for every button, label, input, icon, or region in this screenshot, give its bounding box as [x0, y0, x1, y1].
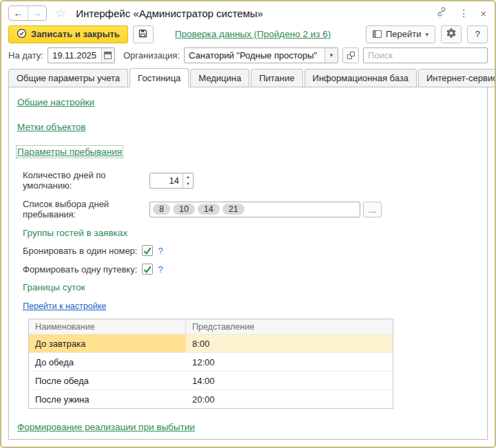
single-voucher-label: Формировать одну путевку:	[23, 264, 137, 275]
organization-dropdown-button[interactable]: ▾	[324, 48, 338, 63]
close-icon[interactable]: ×	[480, 8, 486, 19]
checkmark-icon	[143, 266, 152, 273]
filter-bar: На дату: 19.11.2025 Организация: Санатор…	[1, 45, 495, 65]
report-window-icon	[373, 30, 382, 38]
departure-sales-link[interactable]: Формирование реализации при выбытии	[17, 422, 195, 432]
calendar-icon	[104, 52, 112, 59]
table-row[interactable]: До обеда 12:00	[29, 352, 393, 371]
default-days-label: Количество дней по умолчанию:	[23, 170, 149, 191]
chevron-down-icon: ▾	[330, 52, 333, 58]
single-voucher-row: Формировать одну путевку: ?	[23, 264, 479, 275]
column-header-value[interactable]: Представление	[186, 319, 393, 334]
organization-label: Организация:	[123, 50, 180, 61]
stepper-down-icon[interactable]: ▼	[183, 180, 193, 188]
save-and-close-label: Записать и закрыть	[31, 29, 120, 39]
organization-combobox[interactable]: Санаторий "Родные просторы" ▾	[184, 47, 338, 63]
tab-general-accounting[interactable]: Общие параметры учета	[8, 69, 128, 87]
data-check-link[interactable]: Проверка данных (Пройдено 2 из 6)	[175, 29, 331, 39]
organization-value[interactable]: Санаторий "Родные просторы"	[185, 50, 324, 61]
check-circle-icon	[17, 28, 27, 41]
command-bar: Записать и закрыть Проверка данных (Прой…	[1, 22, 495, 45]
tab-bar: Общие параметры учета Гостиница Медицина…	[1, 65, 495, 87]
row-value-cell[interactable]: 20:00	[186, 390, 393, 408]
stepper-buttons: ▲ ▼	[183, 173, 193, 188]
floppy-disk-icon	[138, 28, 148, 41]
goto-button[interactable]: Перейти ▾	[366, 25, 435, 43]
day-chip[interactable]: 8	[153, 204, 170, 215]
table-header-row: Наименование Представление	[29, 319, 393, 334]
column-header-name[interactable]: Наименование	[29, 319, 186, 334]
save-and-close-button[interactable]: Записать и закрыть	[8, 25, 128, 43]
checkmark-icon	[143, 247, 152, 255]
table-row[interactable]: До завтрака 8:00	[29, 334, 393, 352]
book-one-room-row: Бронировать в один номер: ?	[23, 245, 479, 256]
tab-hotel[interactable]: Гостиница	[130, 68, 189, 87]
date-label: На дату:	[8, 50, 43, 61]
titlebar: ← → ☆ Интерфейс «Администратор системы» …	[1, 1, 495, 22]
days-list-field[interactable]: 8 10 14 21	[149, 202, 360, 217]
more-menu-icon[interactable]: ⋮	[459, 8, 468, 19]
single-voucher-checkbox[interactable]	[142, 264, 153, 275]
days-list-more-button[interactable]: ...	[363, 202, 382, 217]
help-question-icon[interactable]: ?	[158, 246, 163, 256]
row-name-cell[interactable]: После обеда	[29, 372, 186, 390]
goto-day-bounds-settings-link[interactable]: Перейти к настройке	[23, 301, 106, 311]
table-row[interactable]: После обеда 14:00	[29, 371, 393, 390]
open-in-window-icon	[347, 52, 355, 59]
day-bounds-section-title: Границы суток	[23, 282, 479, 292]
default-days-value[interactable]: 14	[150, 175, 183, 186]
row-value-cell[interactable]: 12:00	[186, 353, 393, 371]
forward-arrow-icon: →	[32, 8, 42, 19]
titlebar-actions: ⋮ ×	[436, 6, 486, 20]
save-button[interactable]	[133, 25, 154, 43]
help-question-icon[interactable]: ?	[158, 264, 163, 275]
copy-link-icon[interactable]	[436, 6, 447, 20]
date-field[interactable]: 19.11.2025	[48, 47, 115, 63]
bottom-links: Формирование реализации при выбытии Выгр…	[17, 418, 479, 440]
command-bar-right: Перейти ▾ ?	[366, 25, 488, 43]
goto-label: Перейти	[386, 29, 422, 39]
window-title: Интерфейс «Администратор системы»	[76, 8, 263, 19]
favorite-star-icon[interactable]: ☆	[55, 7, 66, 19]
default-days-stepper[interactable]: 14 ▲ ▼	[149, 173, 194, 189]
day-chip[interactable]: 21	[223, 204, 245, 215]
day-bounds-table: Наименование Представление До завтрака 8…	[28, 319, 393, 409]
back-button[interactable]: ←	[9, 6, 28, 20]
row-name-cell[interactable]: До обеда	[29, 353, 186, 371]
organization-open-button[interactable]	[342, 47, 359, 63]
stepper-up-icon[interactable]: ▲	[183, 173, 193, 181]
settings-button[interactable]	[441, 25, 462, 43]
nav-history-group: ← →	[8, 6, 47, 21]
search-field[interactable]: ×	[363, 47, 488, 63]
default-days-row: Количество дней по умолчанию: 14 ▲ ▼	[23, 170, 479, 191]
days-list-row: Список выбора дней пребывания: 8 10 14 2…	[23, 199, 479, 220]
gear-icon	[446, 28, 457, 41]
day-chip[interactable]: 10	[173, 204, 195, 215]
hotel-tab-panel: Общие настройки Метки объектов Параметры…	[8, 87, 488, 440]
help-label: ?	[475, 29, 479, 39]
row-name-cell[interactable]: После ужина	[29, 390, 186, 408]
tab-infobase[interactable]: Информационная база	[304, 69, 417, 87]
calendar-picker-button[interactable]	[101, 48, 114, 63]
row-value-cell[interactable]: 14:00	[186, 372, 393, 390]
help-button[interactable]: ?	[467, 25, 488, 43]
search-input[interactable]	[364, 50, 488, 61]
stay-parameters-link[interactable]: Параметры пребывания	[17, 147, 122, 157]
general-settings-link[interactable]: Общие настройки	[17, 97, 94, 107]
guest-groups-section-title: Группы гостей в заявках	[23, 228, 479, 238]
app-window: ← → ☆ Интерфейс «Администратор системы» …	[0, 0, 496, 448]
book-one-room-checkbox[interactable]	[142, 245, 153, 256]
days-list-label: Список выбора дней пребывания:	[23, 199, 149, 220]
date-value[interactable]: 19.11.2025	[48, 50, 101, 61]
day-chip[interactable]: 14	[198, 204, 220, 215]
back-arrow-icon: ←	[14, 8, 23, 19]
tab-medicine[interactable]: Медицина	[190, 69, 249, 87]
chevron-down-icon: ▾	[425, 31, 428, 38]
tab-catering[interactable]: Питание	[251, 69, 302, 87]
row-value-cell[interactable]: 8:00	[186, 334, 393, 352]
table-row[interactable]: После ужина 20:00	[29, 390, 393, 408]
row-name-cell[interactable]: До завтрака	[29, 334, 186, 352]
tab-internet-services[interactable]: Интернет-сервисы	[418, 69, 496, 87]
forward-button[interactable]: →	[28, 6, 46, 20]
object-tags-link[interactable]: Метки объектов	[17, 122, 85, 132]
